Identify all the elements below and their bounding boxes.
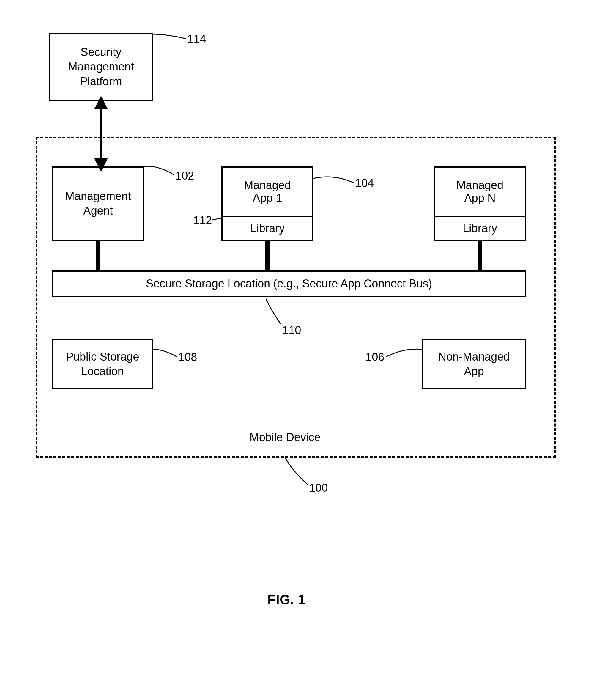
connectors — [12, 12, 576, 666]
diagram-canvas: Security Management Platform Management … — [12, 12, 576, 666]
